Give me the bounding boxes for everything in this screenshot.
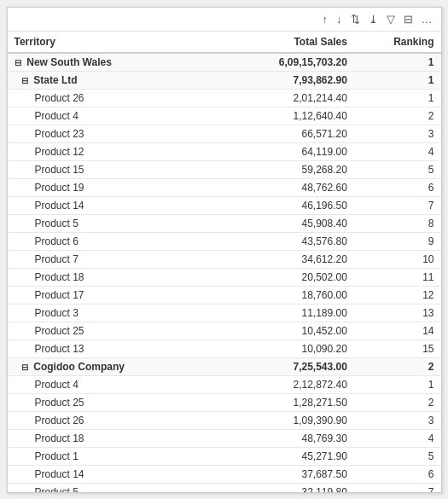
header-territory[interactable]: Territory xyxy=(8,32,224,53)
cell-total-sales: 59,268.20 xyxy=(224,160,354,178)
cell-ranking: 9 xyxy=(354,232,441,250)
cell-territory: Product 6 xyxy=(8,232,224,250)
cell-ranking: 5 xyxy=(354,160,441,178)
cell-total-sales: 11,189.00 xyxy=(224,304,354,322)
cell-ranking: 13 xyxy=(354,304,441,322)
table-row: Product 261,09,390.903 xyxy=(8,411,441,429)
cell-total-sales: 46,196.50 xyxy=(224,196,354,214)
cell-ranking: 6 xyxy=(354,178,441,196)
cell-total-sales: 10,452.00 xyxy=(224,322,354,339)
filter-icon[interactable]: ⤓ xyxy=(367,12,380,26)
cell-territory: Product 4 xyxy=(8,107,224,125)
collapse-icon[interactable]: ⊟ xyxy=(402,12,415,26)
table-row: Product 2366,571.203 xyxy=(8,125,441,142)
expand-icon[interactable]: ⊟ xyxy=(21,363,31,372)
cell-territory: ⊟ State Ltd xyxy=(8,71,224,89)
cell-territory: Product 18 xyxy=(8,268,224,286)
cell-total-sales: 45,908.40 xyxy=(224,214,354,232)
cell-territory: Product 4 xyxy=(8,375,224,393)
cell-ranking: 5 xyxy=(354,447,441,465)
table-row: Product 532,119.807 xyxy=(8,483,441,492)
cell-territory: Product 14 xyxy=(8,465,224,483)
table-row: Product 1437,687.506 xyxy=(8,465,441,483)
cell-total-sales: 18,760.00 xyxy=(224,286,354,304)
cell-total-sales: 7,25,543.00 xyxy=(224,357,354,375)
cell-ranking: 7 xyxy=(354,196,441,214)
cell-territory: Product 14 xyxy=(8,196,224,214)
cell-total-sales: 66,571.20 xyxy=(224,125,354,142)
cell-total-sales: 48,769.30 xyxy=(224,429,354,447)
cell-territory: Product 1 xyxy=(8,447,224,465)
cell-territory: Product 5 xyxy=(8,483,224,492)
table-row: Product 145,271.905 xyxy=(8,447,441,465)
table-row: Product 1718,760.0012 xyxy=(8,286,441,304)
cell-territory: Product 19 xyxy=(8,178,224,196)
cell-total-sales: 20,502.00 xyxy=(224,268,354,286)
cell-total-sales: 6,09,15,703.20 xyxy=(224,53,354,72)
table-row: ⊟ Cogidoo Company7,25,543.002 xyxy=(8,357,441,375)
cell-territory: Product 7 xyxy=(8,250,224,268)
table-header-row: Territory Total Sales Ranking xyxy=(8,32,441,53)
cell-territory: Product 5 xyxy=(8,214,224,232)
header-total-sales[interactable]: Total Sales xyxy=(224,32,354,53)
cell-ranking: 11 xyxy=(354,268,441,286)
sort-both-icon[interactable]: ⇅ xyxy=(349,12,362,26)
cell-ranking: 3 xyxy=(354,411,441,429)
toolbar: ↑ ↓ ⇅ ⤓ ▽ ⊟ … xyxy=(8,8,441,32)
table-row: Product 1848,769.304 xyxy=(8,429,441,447)
table-row: Product 643,576.809 xyxy=(8,232,441,250)
table-row: Product 1559,268.205 xyxy=(8,160,441,178)
cell-total-sales: 2,12,872.40 xyxy=(224,375,354,393)
cell-total-sales: 2,01,214.40 xyxy=(224,89,354,107)
cell-ranking: 2 xyxy=(354,393,441,411)
sort-desc-icon[interactable]: ↓ xyxy=(335,12,344,26)
cell-territory: Product 23 xyxy=(8,125,224,142)
cell-territory: Product 15 xyxy=(8,160,224,178)
cell-ranking: 8 xyxy=(354,214,441,232)
more-icon[interactable]: … xyxy=(420,12,434,26)
cell-ranking: 1 xyxy=(354,71,441,89)
cell-total-sales: 1,28,271.50 xyxy=(224,393,354,411)
table-row: Product 262,01,214.401 xyxy=(8,89,441,107)
expand-icon[interactable]: ⊟ xyxy=(21,76,31,85)
table-row: ⊟ State Ltd7,93,862.901 xyxy=(8,71,441,89)
table-row: Product 41,12,640.402 xyxy=(8,107,441,125)
cell-total-sales: 10,090.20 xyxy=(224,339,354,357)
table-row: Product 734,612.2010 xyxy=(8,250,441,268)
table-row: Product 1310,090.2015 xyxy=(8,339,441,357)
cell-ranking: 3 xyxy=(354,125,441,142)
cell-ranking: 1 xyxy=(354,89,441,107)
cell-territory: Product 3 xyxy=(8,304,224,322)
cell-territory: Product 25 xyxy=(8,322,224,339)
expand-icon[interactable]: ⊟ xyxy=(15,58,24,67)
cell-total-sales: 1,12,640.40 xyxy=(224,107,354,125)
cell-total-sales: 37,687.50 xyxy=(224,465,354,483)
cell-total-sales: 48,762.60 xyxy=(224,178,354,196)
cell-territory: Product 12 xyxy=(8,142,224,160)
header-ranking[interactable]: Ranking xyxy=(354,32,441,53)
cell-ranking: 4 xyxy=(354,429,441,447)
funnel-icon[interactable]: ▽ xyxy=(385,12,397,26)
cell-ranking: 14 xyxy=(354,322,441,339)
cell-territory: Product 25 xyxy=(8,393,224,411)
table-row: Product 42,12,872.401 xyxy=(8,375,441,393)
table-container[interactable]: Territory Total Sales Ranking ⊟ New Sout… xyxy=(8,32,441,492)
cell-territory: Product 26 xyxy=(8,411,224,429)
cell-total-sales: 64,119.00 xyxy=(224,142,354,160)
cell-ranking: 2 xyxy=(354,357,441,375)
cell-total-sales: 7,93,862.90 xyxy=(224,71,354,89)
table-row: Product 251,28,271.502 xyxy=(8,393,441,411)
sort-asc-icon[interactable]: ↑ xyxy=(321,12,330,26)
table-row: ⊟ New South Wales6,09,15,703.201 xyxy=(8,53,441,72)
cell-total-sales: 45,271.90 xyxy=(224,447,354,465)
cell-ranking: 6 xyxy=(354,465,441,483)
cell-ranking: 4 xyxy=(354,142,441,160)
cell-ranking: 10 xyxy=(354,250,441,268)
cell-ranking: 1 xyxy=(354,375,441,393)
cell-total-sales: 43,576.80 xyxy=(224,232,354,250)
table-row: Product 1820,502.0011 xyxy=(8,268,441,286)
cell-territory: Product 17 xyxy=(8,286,224,304)
table-row: Product 311,189.0013 xyxy=(8,304,441,322)
cell-ranking: 15 xyxy=(354,339,441,357)
main-window: ↑ ↓ ⇅ ⤓ ▽ ⊟ … Territory Total Sales Rank… xyxy=(7,7,442,493)
